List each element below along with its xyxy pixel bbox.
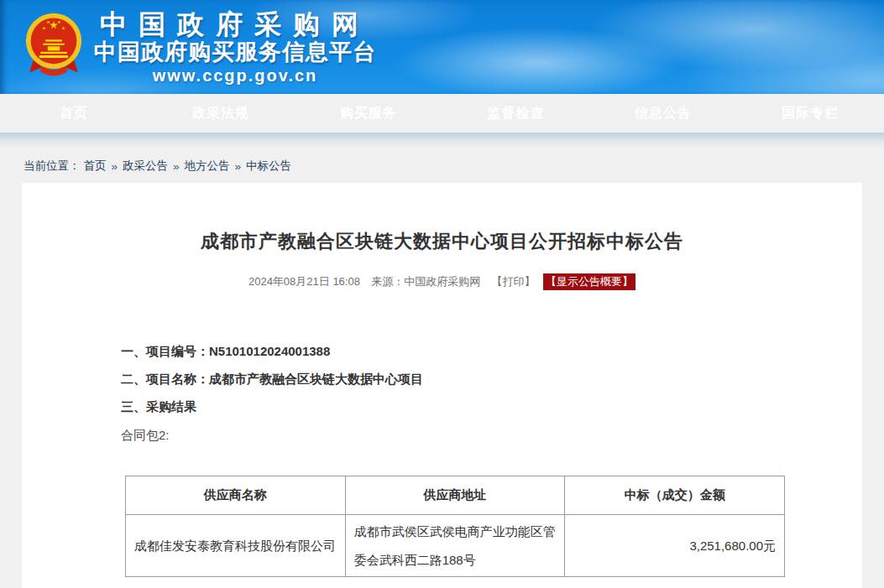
nav-item-international[interactable]: 国际专栏 (737, 105, 884, 122)
national-emblem-icon (24, 12, 84, 82)
breadcrumb-item-award-announcements: 中标公告 (246, 159, 291, 174)
nav-item-regulations[interactable]: 政采法规 (148, 105, 296, 122)
table-row: 成都佳发安泰教育科技股份有限公司 成都市武侯区武侯电商产业功能区管委会武科西二路… (126, 515, 785, 577)
article-body: 一、项目编号：N5101012024001388 二、项目名称：成都市产教融合区… (121, 342, 862, 444)
col-header-supplier-address: 供应商地址 (345, 476, 565, 515)
site-brand: 中国政府采购网 中国政府购买服务信息平台 www.ccgp.gov.cn (94, 9, 376, 86)
nav-item-home[interactable]: 首页 (0, 105, 148, 122)
breadcrumb-separator: » (112, 160, 118, 173)
site-url: www.ccgp.gov.cn (153, 65, 318, 86)
site-header: 中国政府采购网 中国政府购买服务信息平台 www.ccgp.gov.cn (0, 0, 884, 94)
nav-item-announcements[interactable]: 信息公告 (589, 105, 737, 122)
contract-package-label: 合同包2: (121, 426, 862, 444)
article-panel: 成都市产教融合区块链大数据中心项目公开招标中标公告 2024年08月21日 16… (22, 183, 862, 588)
publish-datetime: 2024年08月21日 16:08 (248, 275, 360, 288)
breadcrumb-separator: » (235, 160, 242, 173)
award-result-table: 供应商名称 供应商地址 中标（成交）金额 成都佳发安泰教育科技股份有限公司 成都… (125, 476, 785, 577)
breadcrumb-item-home[interactable]: 首页 (84, 159, 107, 174)
cell-award-amount: 3,251,680.00元 (565, 515, 785, 577)
breadcrumb-separator: » (173, 160, 180, 173)
platform-name: 中国政府购买服务信息平台 (94, 39, 376, 65)
page-title: 成都市产教融合区块链大数据中心项目公开招标中标公告 (22, 229, 862, 254)
cell-supplier-address: 成都市武侯区武侯电商产业功能区管委会武科西二路188号 (345, 515, 565, 577)
article-meta: 2024年08月21日 16:08 来源：中国政府采购网 【打印】 【显示公告概… (22, 273, 862, 290)
nav-shadow-fade (0, 133, 884, 149)
main-nav: 首页 政采法规 购买服务 监督检查 信息公告 国际专栏 (0, 94, 884, 133)
procurement-result-line: 三、采购结果 (121, 398, 862, 415)
breadcrumb-label: 当前位置： (24, 159, 81, 174)
cell-supplier-name: 成都佳发安泰教育科技股份有限公司 (126, 515, 346, 577)
project-number-line: 一、项目编号：N5101012024001388 (121, 342, 862, 360)
col-header-award-amount: 中标（成交）金额 (565, 476, 785, 515)
col-header-supplier-name: 供应商名称 (126, 476, 346, 515)
breadcrumb-item-local-announcements[interactable]: 地方公告 (185, 159, 230, 174)
table-header-row: 供应商名称 供应商地址 中标（成交）金额 (126, 476, 785, 515)
project-name-line: 二、项目名称：成都市产教融合区块链大数据中心项目 (121, 370, 862, 388)
show-summary-button[interactable]: 【显示公告概要】 (543, 273, 636, 290)
nav-item-purchase-services[interactable]: 购买服务 (295, 105, 442, 122)
breadcrumb-item-procurement-announcements[interactable]: 政采公告 (123, 159, 168, 174)
source-label: 来源：中国政府采购网 (371, 275, 480, 288)
site-name: 中国政府采购网 (100, 9, 370, 39)
print-button[interactable]: 【打印】 (491, 275, 535, 288)
nav-item-supervision[interactable]: 监督检查 (442, 105, 590, 122)
breadcrumb: 当前位置： 首页 » 政采公告 » 地方公告 » 中标公告 (0, 149, 884, 183)
